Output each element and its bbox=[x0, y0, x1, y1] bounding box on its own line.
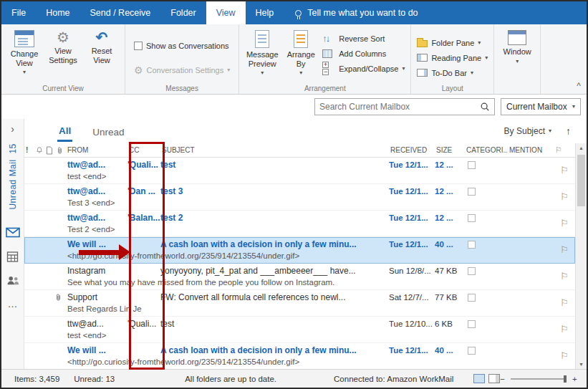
zoom-in-button[interactable]: + bbox=[572, 375, 577, 383]
row-size: 47 KB bbox=[435, 266, 465, 275]
col-categories[interactable]: CATEGORI... bbox=[465, 146, 508, 154]
row-subject: A cash loan with a decision in only a fe… bbox=[160, 239, 389, 249]
message-row[interactable]: We will ... A cash loan with a decision … bbox=[24, 343, 575, 369]
folder-pane-button[interactable]: Folder Pane ▾ bbox=[415, 35, 490, 50]
flag-icon[interactable]: ⚐ bbox=[554, 218, 575, 229]
sidebar-unread-mail-folder[interactable]: Unread Mail 15 bbox=[8, 143, 18, 210]
col-item-type-icon[interactable] bbox=[44, 146, 54, 155]
more-apps-icon[interactable]: … bbox=[8, 299, 18, 309]
sort-by-dropdown[interactable]: By Subject ▾ bbox=[504, 126, 551, 136]
tab-file[interactable]: File bbox=[1, 1, 36, 24]
flag-icon[interactable]: ⚐ bbox=[554, 191, 575, 202]
col-size[interactable]: SIZE bbox=[435, 146, 465, 154]
flag-icon[interactable]: ⚐ bbox=[554, 324, 575, 335]
message-list-pane: All Unread By Subject ▾ ↑ ! bbox=[24, 119, 587, 369]
row-received: Tue 12/1... bbox=[389, 187, 435, 196]
message-row[interactable]: ttw@ad... 'Dan ... test 3 Tue 12/1... 12… bbox=[24, 184, 575, 211]
tab-folder[interactable]: Folder bbox=[160, 1, 206, 24]
row-category-checkbox[interactable] bbox=[465, 241, 508, 249]
change-view-button[interactable]: Change View ▾ bbox=[5, 27, 44, 75]
reading-pane-label: Reading Pane bbox=[431, 54, 481, 62]
row-category-checkbox[interactable] bbox=[465, 188, 508, 196]
conversation-settings-button: ⚙ Conversation Settings ▾ bbox=[132, 62, 232, 77]
tab-help[interactable]: Help bbox=[246, 1, 284, 24]
scroll-down-icon[interactable]: ▼ bbox=[576, 362, 587, 367]
col-received[interactable]: RECEIVED bbox=[389, 146, 435, 154]
expand-folder-pane-icon[interactable]: › bbox=[11, 123, 14, 135]
message-row[interactable]: Support FW: Convert all formula cell ref… bbox=[24, 290, 575, 317]
flag-icon[interactable]: ⚐ bbox=[554, 165, 575, 176]
row-subject: yonyoyony, pit_4_pat and ___ambeeeer___ … bbox=[160, 266, 389, 276]
col-from[interactable]: FROM bbox=[66, 146, 127, 154]
flag-icon[interactable]: ⚐ bbox=[554, 350, 575, 361]
reverse-sort-icon: ↑↓ bbox=[322, 33, 335, 44]
reverse-sort-button[interactable]: ↑↓ Reverse Sort bbox=[320, 31, 407, 46]
zoom-slider[interactable] bbox=[511, 378, 567, 380]
search-input[interactable] bbox=[319, 102, 480, 112]
row-preview: Test 3 <end> bbox=[66, 198, 554, 207]
col-cc[interactable]: CC bbox=[127, 146, 160, 154]
checkbox-icon[interactable] bbox=[134, 42, 143, 50]
show-as-conversations-checkbox[interactable]: Show as Conversations bbox=[132, 38, 232, 53]
message-row-selected[interactable]: We will ... A cash loan with a decision … bbox=[24, 237, 575, 264]
tab-home[interactable]: Home bbox=[36, 1, 79, 24]
scrollbar-thumb[interactable] bbox=[577, 155, 585, 206]
calendar-nav-icon[interactable] bbox=[6, 251, 19, 262]
reading-view-button[interactable] bbox=[488, 374, 500, 383]
filter-tab-unread[interactable]: Unread bbox=[91, 122, 125, 141]
row-category-checkbox[interactable] bbox=[465, 161, 508, 169]
col-mention[interactable]: MENTION bbox=[508, 146, 554, 154]
normal-view-button[interactable] bbox=[473, 374, 485, 383]
row-category-checkbox[interactable] bbox=[465, 214, 508, 222]
flag-icon[interactable]: ⚐ bbox=[554, 244, 575, 255]
tab-send-receive[interactable]: Send / Receive bbox=[80, 1, 161, 24]
col-attachment-icon[interactable] bbox=[54, 146, 66, 155]
zoom-percentage[interactable]: 100% bbox=[583, 375, 588, 383]
expand-collapse-button[interactable]: + − Expand/Collapse ▾ bbox=[320, 61, 407, 76]
tab-view[interactable]: View bbox=[206, 1, 246, 24]
scroll-up-icon[interactable]: ▲ bbox=[576, 145, 587, 150]
reset-view-label: Reset View bbox=[82, 47, 121, 64]
tellme-box[interactable]: Tell me what you want to do bbox=[284, 1, 429, 24]
message-row[interactable]: ttw@ad... 'Quali... test Tue 12/1... 12 … bbox=[24, 158, 575, 184]
mail-nav-icon[interactable] bbox=[6, 227, 20, 238]
add-columns-button[interactable]: Add Columns bbox=[320, 46, 407, 61]
search-icon[interactable] bbox=[480, 102, 490, 112]
arrange-by-button[interactable]: Arrange By ▾ bbox=[281, 27, 320, 76]
row-category-checkbox[interactable] bbox=[465, 347, 508, 355]
message-list: ! FROM CC SUBJECT RECEIVED bbox=[24, 143, 575, 369]
row-category-checkbox[interactable] bbox=[465, 267, 508, 275]
message-row[interactable]: ttw@ad... 'Quali... test Tue 12/10... 6 … bbox=[24, 317, 575, 343]
zoom-slider-thumb[interactable] bbox=[564, 375, 567, 383]
window-button[interactable]: Window ▾ bbox=[498, 27, 536, 64]
vertical-scrollbar[interactable]: ▲ ▼ bbox=[575, 143, 587, 369]
col-flag-icon[interactable]: ⚐ bbox=[554, 145, 575, 155]
flag-icon[interactable]: ⚐ bbox=[554, 271, 575, 282]
filter-tab-all[interactable]: All bbox=[57, 120, 72, 142]
view-settings-button[interactable]: ⚙ View Settings bbox=[44, 27, 82, 64]
search-box[interactable] bbox=[314, 98, 495, 115]
people-nav-icon[interactable] bbox=[6, 275, 20, 286]
dropdown-caret-icon: ▾ bbox=[471, 70, 473, 76]
flag-icon[interactable]: ⚐ bbox=[554, 297, 575, 308]
zoom-out-button[interactable]: − bbox=[500, 375, 505, 383]
todo-bar-button[interactable]: To-Do Bar ▾ bbox=[415, 65, 490, 80]
row-category-checkbox[interactable] bbox=[465, 294, 508, 302]
sort-direction-button[interactable]: ↑ bbox=[566, 125, 571, 137]
message-row[interactable]: ttw@ad... 'Balan... test 2 Tue 12/1... 1… bbox=[24, 211, 575, 237]
col-reminder-bell-icon[interactable] bbox=[34, 146, 44, 154]
col-importance[interactable]: ! bbox=[24, 146, 34, 154]
ribbon-group-current-view: Change View ▾ ⚙ View Settings ↶ Reset Vi… bbox=[1, 24, 125, 94]
reading-pane-button[interactable]: Reading Pane ▾ bbox=[415, 50, 490, 65]
dropdown-caret-icon: ▾ bbox=[516, 59, 519, 64]
ribbon-tab-bar: File Home Send / Receive Folder View Hel… bbox=[1, 1, 587, 24]
reset-view-button[interactable]: ↶ Reset View bbox=[82, 27, 121, 64]
group-label-messages: Messages bbox=[125, 85, 238, 92]
message-preview-button[interactable]: Message Preview ▾ bbox=[243, 27, 281, 76]
search-scope-dropdown[interactable]: Current Mailbox ▾ bbox=[501, 98, 581, 115]
col-subject[interactable]: SUBJECT bbox=[160, 146, 389, 154]
collapse-ribbon-button[interactable]: ^ bbox=[577, 81, 581, 91]
message-row[interactable]: Instagram yonyoyony, pit_4_pat and ___am… bbox=[24, 264, 575, 290]
row-category-checkbox[interactable] bbox=[465, 320, 508, 328]
list-filter-bar: All Unread By Subject ▾ ↑ bbox=[24, 119, 587, 143]
